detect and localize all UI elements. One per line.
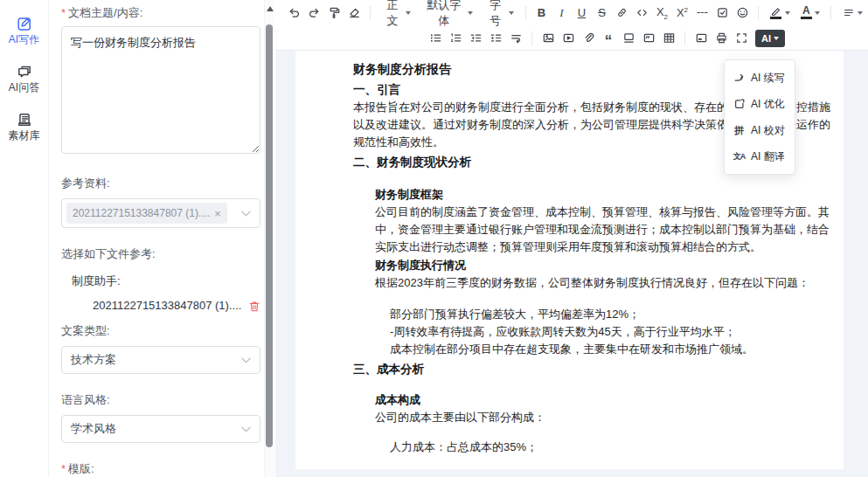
print-button[interactable] — [712, 29, 731, 48]
highlight-color-dropdown[interactable] — [765, 3, 795, 23]
ordered-list-button[interactable] — [446, 29, 465, 48]
toolbar-separator — [370, 6, 371, 20]
undo-button[interactable] — [284, 3, 303, 23]
toolbar-separator — [758, 6, 759, 20]
toolbar-separator — [531, 31, 532, 45]
superscript-button[interactable]: X2 — [672, 3, 691, 23]
doc-p: 公司的成本主要由以下部分构成： — [375, 409, 835, 426]
scroll-up-arrow-icon[interactable] — [267, 6, 274, 11]
reference-tag: 2021122715133847807 (1).... × — [66, 203, 227, 224]
text-wrap-button[interactable] — [506, 29, 525, 48]
caret-down-icon — [815, 11, 820, 15]
ordered-list-icon — [449, 31, 462, 45]
doc-h3: 成本构成 — [375, 391, 835, 409]
emoji-button[interactable] — [733, 3, 752, 23]
ai-dropdown-button[interactable]: AI — [755, 30, 785, 47]
underline-button[interactable]: U — [572, 3, 591, 23]
image-icon — [542, 31, 555, 45]
copy-type-label: 文案类型: — [61, 323, 260, 339]
indent-button[interactable] — [486, 29, 505, 48]
align-dropdown[interactable] — [837, 3, 868, 23]
fullscreen-icon — [735, 31, 748, 45]
attachment-button[interactable] — [579, 29, 598, 48]
link-button[interactable] — [612, 3, 631, 23]
font-family-dropdown[interactable]: 默认字体 — [417, 3, 478, 23]
doc-list-item: 人力成本：占总成本的35%； — [390, 439, 835, 456]
outdent-button[interactable] — [466, 29, 485, 48]
caret-down-icon — [509, 11, 514, 15]
menu-item-label: AI 校对 — [751, 123, 785, 138]
left-nav: AI写作 AI问答 素材库 — [0, 0, 49, 477]
code-icon — [635, 6, 649, 19]
insert-video-button[interactable] — [559, 29, 578, 48]
redo-icon — [308, 6, 321, 19]
panel-scrollbar[interactable] — [264, 0, 274, 477]
bold-icon: B — [538, 6, 545, 19]
menu-item-ai-proofread[interactable]: 拼 AI 校对 — [725, 117, 795, 143]
subscript-icon: X2 — [656, 5, 668, 21]
language-style-select[interactable]: 学术风格 — [61, 415, 260, 443]
fullscreen-button[interactable] — [732, 29, 751, 48]
doc-p: 公司目前的制度涵盖了资金管理、成本控制、预算管理、核算与报告、风险管理等方面。其… — [375, 204, 835, 256]
italic-button[interactable]: I — [552, 3, 571, 23]
doc-p: 根据2023年前三季度的财务数据，公司整体财务制度执行情况良好，但存在以下问题： — [375, 274, 835, 292]
code-block-icon — [642, 31, 656, 45]
blockquote-button[interactable]: “ — [599, 29, 618, 48]
menu-item-ai-optimize[interactable]: AI 优化 — [725, 91, 795, 117]
menu-item-ai-continue[interactable]: AI 续写 — [725, 65, 795, 91]
print-icon — [715, 31, 728, 45]
format-painter-button[interactable] — [324, 3, 344, 23]
paragraph-style-dropdown[interactable]: 正文 — [377, 3, 416, 23]
subscript-button[interactable]: X2 — [652, 3, 671, 23]
font-color-icon: A — [801, 6, 812, 19]
highlight-icon — [770, 6, 782, 19]
reference-multiselect[interactable]: 2021122715133847807 (1).... × — [61, 198, 260, 228]
menu-item-ai-translate[interactable]: 文A AI 翻译 — [725, 143, 795, 169]
divider-block-button[interactable] — [619, 29, 638, 48]
insert-table-button[interactable] — [659, 29, 678, 48]
horizontal-rule-button[interactable] — [692, 3, 712, 23]
doc-list: 人力成本：占总成本的35%； — [390, 439, 835, 456]
ai-button-label: AI — [761, 33, 771, 44]
strikethrough-icon: S — [598, 6, 606, 19]
checkbox-icon — [716, 6, 729, 19]
font-size-dropdown[interactable]: 字号 — [479, 3, 518, 23]
sidebar-item-ai-writing[interactable]: AI写作 — [9, 16, 39, 45]
topic-label: *文档主题/内容: — [61, 5, 260, 21]
caret-down-icon — [785, 11, 790, 15]
ai-continue-icon — [733, 72, 746, 84]
ai-dropdown-menu: AI 续写 AI 优化 拼 AI 校对 文A AI 翻译 — [724, 59, 795, 175]
copy-type-select[interactable]: 技术方案 — [61, 346, 260, 374]
redo-button[interactable] — [304, 3, 323, 23]
sidebar-item-material-library[interactable]: 素材库 — [9, 112, 40, 142]
font-color-dropdown[interactable]: A — [795, 3, 824, 23]
bold-button[interactable]: B — [531, 3, 551, 23]
eraser-button[interactable] — [344, 3, 364, 23]
delete-file-icon[interactable] — [248, 300, 260, 313]
code-button[interactable] — [632, 3, 651, 23]
video-icon — [562, 31, 575, 45]
insert-image-button[interactable] — [538, 29, 558, 48]
page-panel-icon — [695, 31, 708, 45]
link-icon — [615, 6, 628, 19]
ai-translate-icon: 文A — [733, 153, 746, 161]
checkbox-button[interactable] — [712, 3, 732, 23]
superscript-icon: X2 — [677, 6, 688, 19]
topic-textarea[interactable]: 写一份财务制度分析报告 — [61, 26, 260, 154]
doc-list-item: 成本控制在部分项目中存在超支现象，主要集中在研发和市场推广领域。 — [390, 341, 835, 358]
page-panel-button[interactable] — [691, 29, 711, 48]
toolbar-row-2: “ AI — [275, 25, 868, 51]
sidebar-item-ai-qa[interactable]: AI问答 — [9, 64, 39, 93]
scrollbar-thumb[interactable] — [266, 24, 273, 447]
toolbar-separator — [684, 31, 685, 45]
code-block-button[interactable] — [639, 29, 658, 48]
doc-h3: 财务制度框架 — [375, 185, 835, 204]
toolbar-separator — [830, 6, 831, 20]
strikethrough-button[interactable]: S — [592, 3, 611, 23]
bullet-list-button[interactable] — [426, 29, 445, 48]
ai-optimize-icon — [733, 98, 746, 110]
tag-close-icon[interactable]: × — [214, 208, 221, 219]
chevron-down-icon — [241, 357, 251, 363]
language-style-label: 语言风格: — [61, 392, 260, 408]
bullet-list-icon — [429, 31, 442, 45]
